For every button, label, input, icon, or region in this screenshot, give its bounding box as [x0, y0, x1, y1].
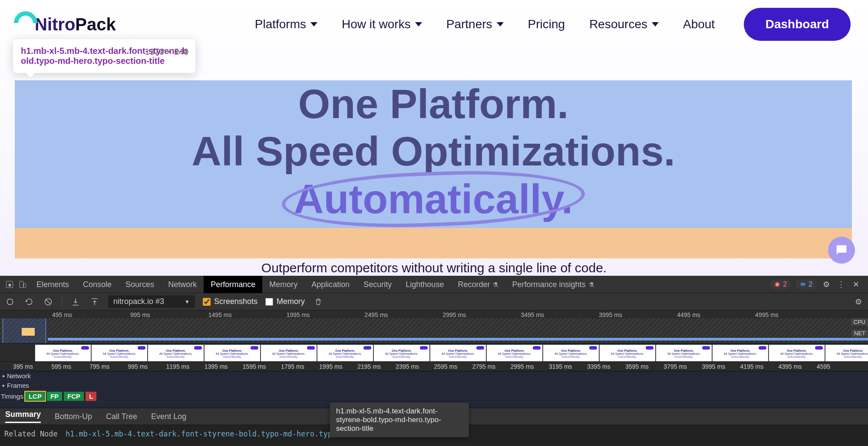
close-icon[interactable]: ✕: [851, 279, 861, 290]
devtools-tab-performance[interactable]: Performance: [204, 276, 262, 293]
nav-how-it-works[interactable]: How it works: [342, 17, 422, 31]
flask-icon: ⚗: [588, 281, 594, 288]
reload-record-button[interactable]: [23, 296, 35, 307]
devtools-tab-bar: ElementsConsoleSourcesNetworkPerformance…: [0, 276, 868, 293]
devtools-tab-application[interactable]: Application: [304, 276, 356, 293]
filmstrip-thumbnail[interactable]: One Platform.All Speed Optimizations.Aut…: [712, 344, 769, 362]
nav-resources-label: Resources: [589, 17, 647, 31]
overview-tick: 995 ms: [130, 311, 150, 318]
timings-track[interactable]: Timings LCP FP FCP L: [0, 390, 868, 403]
capture-settings-icon[interactable]: ⚙: [853, 297, 864, 307]
svg-rect-4: [801, 282, 805, 285]
svg-rect-2: [24, 283, 26, 287]
devtools-tab-sources[interactable]: Sources: [119, 276, 161, 293]
inspect-element-icon[interactable]: [3, 278, 16, 291]
element-inspect-tooltip: h1.mb-xl-5.mb-4.text-dark.font-styrene-b…: [13, 39, 195, 73]
details-tab-event-log[interactable]: Event Log: [151, 412, 186, 421]
filmstrip-thumbnail[interactable]: One Platform.All Speed Optimizations.Aut…: [261, 344, 317, 362]
nav-pricing[interactable]: Pricing: [528, 17, 565, 31]
filmstrip-thumbnail[interactable]: One Platform.All Speed Optimizations.Aut…: [373, 344, 430, 362]
devtools-tab-security[interactable]: Security: [356, 276, 399, 293]
record-button[interactable]: [4, 296, 16, 307]
network-label: Network: [7, 372, 31, 380]
devtools-tab-lighthouse[interactable]: Lighthouse: [399, 276, 451, 293]
main-tick: 1795 ms: [281, 363, 304, 370]
hero-title: One Platform. All Speed Optimizations. A…: [15, 80, 852, 223]
lcp-badge[interactable]: LCP: [25, 392, 45, 401]
fp-badge[interactable]: FP: [47, 392, 62, 401]
frames-track[interactable]: ▸Frames: [0, 381, 868, 390]
nav-about-label: About: [683, 17, 715, 31]
main-tick: 3195 ms: [549, 363, 572, 370]
dashboard-button[interactable]: Dashboard: [744, 8, 851, 41]
logo-text-nitro: Nitro: [35, 15, 75, 34]
main-tick: 1195 ms: [166, 363, 190, 370]
nav-about[interactable]: About: [683, 17, 715, 31]
load-badge[interactable]: L: [86, 392, 96, 401]
filmstrip-thumbnail[interactable]: One Platform.All Speed Optimizations.Aut…: [430, 344, 486, 362]
devtools-tab-memory[interactable]: Memory: [262, 276, 304, 293]
nav-how-label: How it works: [342, 17, 411, 31]
main-tick: 2795 ms: [472, 363, 496, 370]
devtools-tab-console[interactable]: Console: [76, 276, 119, 293]
chat-widget-button[interactable]: [828, 237, 855, 264]
performance-toolbar: nitropack.io #3 ▼ Screenshots Memory ⚙: [0, 293, 868, 311]
nav-partners[interactable]: Partners: [446, 17, 504, 31]
filmstrip-thumbnail[interactable]: One Platform.All Speed Optimizations.Aut…: [148, 344, 204, 362]
filmstrip-thumbnail[interactable]: One Platform.All Speed Optimizations.Aut…: [769, 344, 825, 362]
main-tick: 1995 ms: [319, 363, 343, 370]
filmstrip-thumbnail[interactable]: One Platform.All Speed Optimizations.Aut…: [825, 344, 868, 362]
garbage-collect-button[interactable]: [313, 296, 324, 307]
devtools-tab-performance-insights[interactable]: Performance insights⚗: [505, 276, 601, 293]
devtools-tab-network[interactable]: Network: [161, 276, 204, 293]
timeline-overview[interactable]: 495 ms995 ms1495 ms1995 ms2495 ms2995 ms…: [0, 311, 868, 344]
timings-label: Timings: [0, 393, 23, 400]
screenshots-checkbox[interactable]: Screenshots: [203, 297, 257, 306]
message-badge[interactable]: 2: [795, 280, 817, 289]
nav-resources[interactable]: Resources: [589, 17, 659, 31]
clear-button[interactable]: [43, 296, 54, 307]
nav-partners-label: Partners: [446, 17, 492, 31]
details-tab-bottom-up[interactable]: Bottom-Up: [55, 412, 92, 421]
chevron-down-icon: [415, 22, 422, 26]
device-toolbar-icon[interactable]: [17, 278, 29, 291]
devtools-tab-recorder[interactable]: Recorder⚗: [451, 276, 505, 293]
screenshots-label: Screenshots: [214, 297, 257, 306]
filmstrip-thumbnail[interactable]: One Platform.All Speed Optimizations.Aut…: [486, 344, 543, 362]
filmstrip-thumbnail[interactable]: One Platform.All Speed Optimizations.Aut…: [599, 344, 656, 362]
network-track[interactable]: ▸Network: [0, 371, 868, 381]
memory-checkbox[interactable]: Memory: [265, 297, 305, 306]
devtools-tab-elements[interactable]: Elements: [30, 276, 76, 293]
tooltip-dimensions: 1370 × 240: [145, 47, 188, 57]
settings-icon[interactable]: ⚙: [821, 279, 832, 290]
screenshot-filmstrip[interactable]: One Platform.All Speed Optimizations.Aut…: [0, 344, 868, 362]
overview-tick: 2995 ms: [443, 311, 466, 318]
filmstrip-thumbnail[interactable]: One Platform.All Speed Optimizations.Aut…: [543, 344, 599, 362]
save-profile-button[interactable]: [89, 296, 100, 307]
recording-selector[interactable]: nitropack.io #3 ▼: [108, 295, 195, 308]
hero-line-3: Automatically.: [294, 175, 573, 223]
nav-platforms[interactable]: Platforms: [255, 17, 317, 31]
load-profile-button[interactable]: [70, 296, 81, 307]
main-tick: 3395 ms: [587, 363, 611, 370]
main-tick: 995 ms: [128, 363, 148, 370]
fcp-badge[interactable]: FCP: [64, 392, 84, 401]
error-badge[interactable]: 2: [770, 280, 791, 289]
overview-tick: 4495 ms: [677, 311, 700, 318]
message-count: 2: [809, 281, 812, 288]
filmstrip-thumbnail[interactable]: One Platform.All Speed Optimizations.Aut…: [317, 344, 373, 362]
more-menu-icon[interactable]: ⋮: [836, 279, 846, 290]
nav-pricing-label: Pricing: [528, 17, 565, 31]
overview-tick: 3495 ms: [521, 311, 544, 318]
overview-activity: [22, 328, 35, 336]
overview-tick: 2495 ms: [365, 311, 388, 318]
inspect-margin-overlay: [15, 228, 852, 258]
filmstrip-thumbnail[interactable]: One Platform.All Speed Optimizations.Aut…: [656, 344, 712, 362]
main-ruler[interactable]: 395 ms595 ms795 ms995 ms1195 ms1395 ms15…: [0, 362, 868, 371]
details-tab-call-tree[interactable]: Call Tree: [106, 412, 137, 421]
filmstrip-thumbnail[interactable]: One Platform.All Speed Optimizations.Aut…: [35, 344, 91, 362]
details-tab-summary[interactable]: Summary: [5, 410, 41, 423]
filmstrip-thumbnail[interactable]: One Platform.All Speed Optimizations.Aut…: [204, 344, 261, 362]
filmstrip-thumbnail[interactable]: One Platform.All Speed Optimizations.Aut…: [91, 344, 148, 362]
logo[interactable]: NitroPack: [14, 15, 116, 34]
